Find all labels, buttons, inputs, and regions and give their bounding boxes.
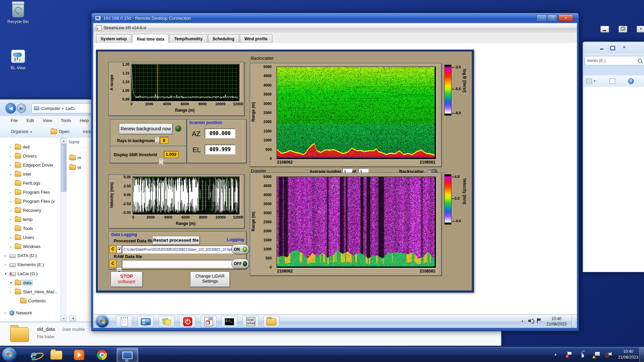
- tree-item-program-files-x[interactable]: Program Files (x: [0, 197, 60, 206]
- expander-icon[interactable]: [10, 281, 15, 285]
- menu-help[interactable]: Help: [80, 118, 89, 123]
- tab-system-setup[interactable]: System setup: [96, 34, 131, 43]
- desktop-icon-recycle-bin[interactable]: Recycle Bin: [6, 3, 30, 24]
- restart-processed-file-button[interactable]: Restart processed file: [152, 236, 200, 245]
- close-button[interactable]: ×: [637, 26, 644, 33]
- close-button[interactable]: ×: [619, 44, 630, 51]
- taskbar-button-internet-explorer[interactable]: e: [24, 348, 43, 362]
- tree-item-elements-e-[interactable]: Elements (E:): [0, 260, 60, 269]
- search-input[interactable]: ments (E:): [585, 56, 644, 65]
- expander-icon[interactable]: [5, 272, 9, 276]
- tree-item-dell[interactable]: dell: [0, 142, 60, 152]
- processed-browse-icon[interactable]: [116, 245, 122, 253]
- tab-real-time-data[interactable]: Real time data: [132, 34, 169, 43]
- scroll-left-icon[interactable]: ◀: [69, 315, 76, 321]
- show-desktop-button[interactable]: [639, 347, 644, 362]
- close-button[interactable]: ×: [558, 14, 573, 22]
- expander-icon[interactable]: [10, 199, 15, 203]
- tree-item-data-d-[interactable]: DATA (D:): [0, 251, 60, 260]
- organize-button[interactable]: Organize ▼: [11, 129, 33, 134]
- tree-item-recovery[interactable]: Recovery: [0, 206, 60, 215]
- tree-item-users[interactable]: Users: [0, 233, 60, 242]
- tree-item-program-files[interactable]: Program Files: [0, 188, 60, 197]
- taskbar-button-folder[interactable]: [263, 316, 279, 327]
- tree-item-drivers[interactable]: Drivers: [0, 152, 60, 161]
- tree-item-contents[interactable]: Contents: [0, 296, 60, 305]
- expander-icon[interactable]: [5, 263, 9, 266]
- processed-drive-button[interactable]: C: [109, 245, 116, 253]
- tree-item-tools[interactable]: Tools: [0, 224, 60, 233]
- tray-expand-icon[interactable]: ▲: [554, 353, 557, 356]
- expander-icon[interactable]: [10, 190, 15, 194]
- back-button[interactable]: ◀: [5, 103, 16, 114]
- processed-logging-on-button[interactable]: ON: [231, 244, 249, 254]
- include-button[interactable]: Inclu: [83, 129, 92, 134]
- tree-item-lacie-g-[interactable]: LaCie (G:): [0, 269, 60, 278]
- tree-vertical-scrollbar[interactable]: ▲ ▼: [60, 138, 67, 322]
- raw-logging-off-button[interactable]: OFF: [231, 259, 249, 268]
- expander-icon[interactable]: [10, 154, 15, 158]
- tray-expand-icon[interactable]: ▲: [521, 319, 524, 322]
- taskbar-button-chrome[interactable]: [93, 348, 111, 362]
- scroll-down-icon[interactable]: ▼: [61, 316, 67, 322]
- chevron-down-icon[interactable]: ▼: [593, 79, 596, 83]
- preview-pane-icon[interactable]: [609, 78, 615, 84]
- taskbar-button-notepad[interactable]: [116, 316, 132, 327]
- menu-view[interactable]: View: [43, 118, 52, 123]
- breadcrumb[interactable]: Computer ▸ LaCi: [32, 103, 93, 113]
- expander-icon[interactable]: [10, 163, 15, 167]
- rdp-title-bar[interactable]: 192.168.0.150 - Remote Desktop Connectio…: [92, 13, 579, 23]
- scrollbar-thumb[interactable]: [61, 144, 66, 192]
- session-start-button[interactable]: [96, 315, 108, 327]
- start-button[interactable]: [2, 348, 16, 362]
- tree-item-temp[interactable]: temp: [0, 215, 60, 224]
- help-icon[interactable]: ?: [628, 78, 634, 84]
- tree-item-data[interactable]: data: [0, 278, 60, 287]
- scroll-up-icon[interactable]: ▲: [61, 138, 67, 144]
- minimize-button[interactable]: —: [536, 15, 547, 22]
- menu-tools[interactable]: Tools: [61, 118, 71, 123]
- expander-icon[interactable]: [10, 208, 15, 212]
- list-item[interactable]: m: [69, 155, 81, 160]
- taskbar-button-scan-scheduler[interactable]: [243, 316, 259, 327]
- expander-icon[interactable]: [10, 245, 15, 248]
- battery-icon[interactable]: [582, 351, 582, 358]
- open-button[interactable]: Open: [59, 129, 69, 134]
- tree-item-windows[interactable]: Windows: [0, 242, 60, 251]
- view-list-icon[interactable]: [586, 78, 592, 84]
- minimize-button[interactable]: [597, 45, 606, 51]
- minimize-button[interactable]: [600, 26, 609, 33]
- tree-item-perflogs[interactable]: PerfLogs: [0, 179, 60, 188]
- list-item[interactable]: ol: [69, 165, 81, 170]
- tab-temp-humidity[interactable]: Temp/humidity: [169, 34, 207, 43]
- snr-value[interactable]: 1.002: [164, 151, 178, 158]
- tree-item-edgeport-driver[interactable]: Edgeport Driver: [0, 161, 60, 170]
- expander-icon[interactable]: [10, 290, 15, 294]
- tree-item-intel[interactable]: Intel: [0, 170, 60, 179]
- app-title-bar[interactable]: StreamLine XR v14-6.vi ×: [93, 23, 577, 33]
- expander-icon[interactable]: [10, 145, 15, 149]
- menu-file[interactable]: File: [11, 118, 18, 123]
- taskbar-button-labview-xr[interactable]: [201, 316, 217, 327]
- taskbar-button-windows-explorer[interactable]: [47, 348, 66, 362]
- taskbar-button-sticky-notes[interactable]: [159, 316, 175, 327]
- change-lidar-settings-button[interactable]: Change LiDAR Settings: [190, 272, 230, 287]
- tab-wind-profile[interactable]: Wind profile: [240, 34, 272, 43]
- taskbar-button-display-settings[interactable]: [138, 316, 154, 327]
- expander-icon[interactable]: [10, 172, 15, 176]
- menu-edit[interactable]: Edit: [26, 118, 34, 123]
- session-show-desktop-button[interactable]: [572, 315, 575, 328]
- expander-icon[interactable]: [10, 218, 15, 221]
- expander-icon[interactable]: [10, 236, 15, 239]
- host-clock[interactable]: 10:40 21/08/2023: [617, 349, 639, 360]
- rays-value[interactable]: 8: [160, 137, 168, 144]
- breadcrumb-child[interactable]: LaCi: [66, 106, 75, 111]
- raw-path-field[interactable]: [122, 260, 235, 268]
- forward-button[interactable]: ▶: [17, 104, 26, 113]
- renew-background-button[interactable]: Renew background now: [119, 123, 172, 134]
- desktop-icon-bl-view[interactable]: BL-View: [6, 50, 30, 70]
- tab-scheduling[interactable]: Scheduling: [208, 34, 239, 43]
- stop-software-button[interactable]: STOP software: [111, 272, 143, 287]
- raw-drive-button[interactable]: C: [109, 260, 116, 267]
- tree-item-network[interactable]: Network: [0, 308, 60, 317]
